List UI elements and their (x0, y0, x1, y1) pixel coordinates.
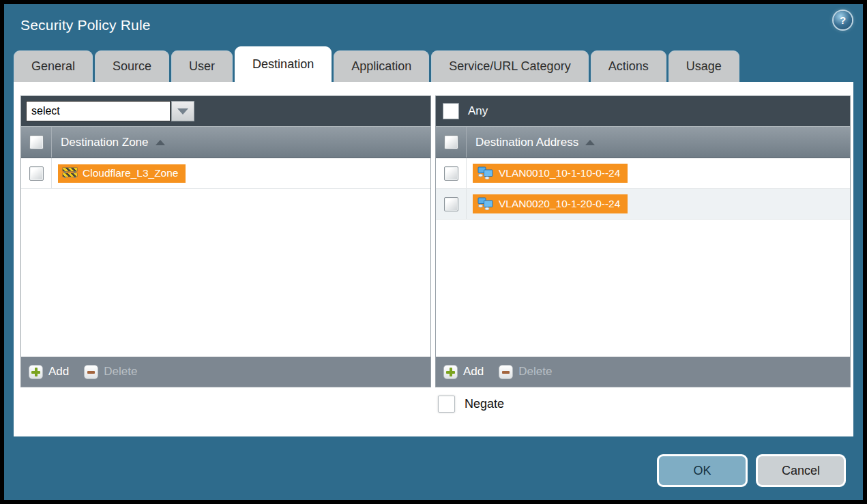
zone-delete-button[interactable]: Delete (84, 365, 137, 379)
negate-label: Negate (465, 397, 504, 411)
zone-type-input[interactable] (26, 101, 171, 121)
address-row-checkbox-cell (436, 158, 467, 188)
zone-name: Cloudflare_L3_Zone (83, 167, 178, 179)
delete-icon (499, 365, 513, 379)
tab-bar: General Source User Destination Applicat… (14, 46, 853, 82)
dialog-title: Security Policy Rule (20, 17, 151, 33)
address-add-button[interactable]: Add (443, 365, 484, 379)
address-delete-button[interactable]: Delete (499, 365, 552, 379)
address-chip[interactable]: VLAN0020_10-1-20-0--24 (473, 194, 628, 213)
dialog-titlebar: Security Policy Rule ? (4, 4, 863, 46)
negate-checkbox[interactable] (438, 396, 455, 413)
address-row-checkbox-cell (436, 189, 467, 219)
zone-header-checkbox-cell (21, 127, 52, 158)
help-glyph: ? (840, 14, 846, 26)
address-row-checkbox[interactable] (444, 197, 458, 211)
address-icon (477, 197, 493, 210)
tab-source[interactable]: Source (95, 50, 169, 82)
address-icon (477, 166, 493, 179)
delete-icon (84, 365, 98, 379)
zone-panel-toolbar (21, 96, 430, 126)
tab-usage[interactable]: Usage (668, 50, 739, 82)
address-column-header-label: Destination Address (475, 136, 578, 149)
zone-select-all-checkbox[interactable] (29, 135, 44, 149)
address-table-header: Destination Address (436, 126, 850, 158)
sort-ascending-icon (585, 140, 595, 145)
tab-user[interactable]: User (171, 50, 233, 82)
address-add-label: Add (463, 365, 484, 379)
address-panel-footer: Add Delete (436, 357, 850, 387)
zone-panel-footer: Add Delete (21, 357, 430, 387)
zone-type-dropdown-button[interactable] (171, 101, 194, 121)
address-select-all-checkbox[interactable] (444, 135, 458, 149)
address-delete-label: Delete (518, 365, 552, 379)
add-icon (29, 365, 43, 379)
zone-type-combobox (26, 101, 194, 121)
address-row-checkbox[interactable] (444, 166, 458, 181)
tab-general[interactable]: General (14, 50, 93, 82)
add-icon (443, 365, 458, 379)
address-table-body: VLAN0010_10-1-10-0--24 VLAN (436, 158, 850, 357)
destination-zone-panel: Destination Zone Cloudflare_L3_Zone (20, 95, 431, 387)
zone-table-body: Cloudflare_L3_Zone (21, 158, 430, 357)
address-header-checkbox-cell (436, 127, 467, 158)
zone-chip[interactable]: Cloudflare_L3_Zone (58, 164, 186, 183)
tab-actions[interactable]: Actions (591, 50, 666, 82)
zone-icon (63, 167, 77, 179)
zone-add-label: Add (48, 365, 69, 379)
sort-ascending-icon (156, 140, 165, 145)
table-row: VLAN0010_10-1-10-0--24 (436, 158, 850, 189)
address-chip[interactable]: VLAN0010_10-1-10-0--24 (473, 164, 628, 183)
help-icon[interactable]: ? (834, 11, 852, 29)
table-row: VLAN0020_10-1-20-0--24 (436, 189, 850, 220)
security-policy-rule-dialog: Security Policy Rule ? General Source Us… (4, 4, 863, 500)
tab-application[interactable]: Application (334, 50, 429, 82)
zone-table-header: Destination Zone (21, 126, 430, 158)
destination-tab-content: Destination Zone Cloudflare_L3_Zone (14, 82, 853, 436)
tab-destination[interactable]: Destination (235, 46, 332, 82)
address-name: VLAN0010_10-1-10-0--24 (499, 167, 620, 179)
cancel-button[interactable]: Cancel (756, 454, 846, 487)
zone-delete-label: Delete (104, 365, 137, 379)
negate-row: Negate (438, 396, 504, 413)
address-name: VLAN0020_10-1-20-0--24 (499, 198, 620, 210)
table-row: Cloudflare_L3_Zone (21, 158, 430, 189)
zone-column-header-label: Destination Zone (61, 136, 149, 149)
zone-column-header[interactable]: Destination Zone (52, 127, 165, 158)
zone-row-checkbox[interactable] (29, 166, 44, 181)
tab-service-url-category[interactable]: Service/URL Category (431, 50, 588, 82)
zone-add-button[interactable]: Add (29, 365, 69, 379)
destination-address-panel: Any Destination Address (435, 95, 851, 387)
address-panel-toolbar: Any (436, 96, 850, 126)
address-column-header[interactable]: Destination Address (467, 127, 595, 158)
any-label: Any (468, 104, 488, 118)
any-checkbox[interactable] (443, 103, 459, 119)
ok-button[interactable]: OK (657, 454, 748, 487)
zone-row-checkbox-cell (21, 158, 52, 188)
chevron-down-icon (177, 108, 188, 115)
